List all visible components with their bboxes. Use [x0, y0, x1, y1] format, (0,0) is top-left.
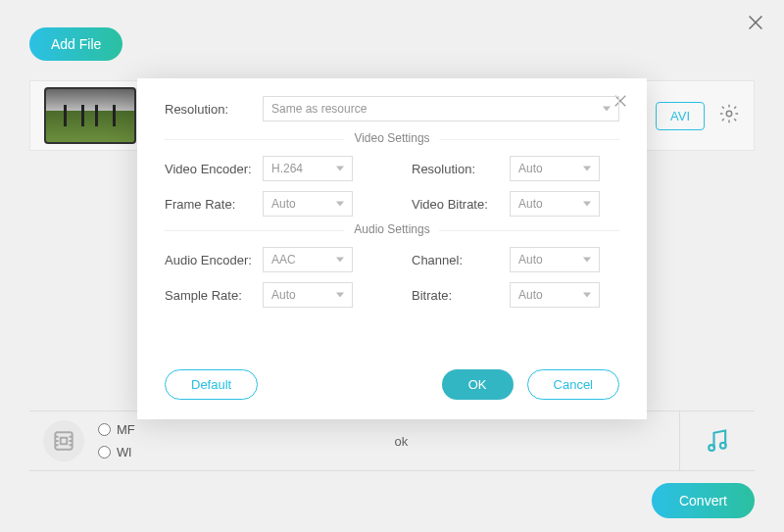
- frame-rate-select[interactable]: Auto: [263, 191, 353, 217]
- svg-rect-2: [61, 438, 68, 445]
- default-button[interactable]: Default: [165, 369, 258, 400]
- audio-section-label: Audio Settings: [344, 222, 439, 236]
- chevron-down-icon: [603, 107, 611, 112]
- music-icon[interactable]: [679, 411, 755, 470]
- gear-icon[interactable]: [718, 103, 740, 128]
- top-resolution-select[interactable]: Same as resource: [263, 96, 619, 121]
- video-bitrate-label: Video Bitrate:: [412, 197, 510, 212]
- video-encoder-select[interactable]: H.264: [263, 156, 353, 181]
- svg-point-0: [726, 111, 732, 117]
- chevron-down-icon: [336, 258, 344, 263]
- film-icon[interactable]: [43, 420, 84, 461]
- sample-rate-label: Sample Rate:: [165, 288, 263, 303]
- radio-wl[interactable]: Wl: [98, 445, 135, 459]
- format-partial-text: ok: [395, 434, 409, 449]
- video-section-label: Video Settings: [344, 131, 439, 145]
- chevron-down-icon: [336, 167, 344, 171]
- video-thumbnail[interactable]: [44, 87, 136, 144]
- format-badge[interactable]: AVI: [656, 102, 705, 130]
- frame-rate-label: Frame Rate:: [165, 197, 263, 212]
- video-encoder-label: Video Encoder:: [165, 162, 263, 176]
- video-bitrate-select[interactable]: Auto: [510, 191, 600, 217]
- audio-encoder-select[interactable]: AAC: [263, 247, 353, 272]
- audio-section-divider: Audio Settings: [165, 230, 619, 231]
- add-file-button[interactable]: Add File: [29, 27, 122, 61]
- chevron-down-icon: [583, 202, 591, 207]
- resolution-label: Resolution:: [412, 162, 510, 176]
- sample-rate-select[interactable]: Auto: [263, 282, 353, 308]
- radio-mp[interactable]: MF: [98, 422, 135, 437]
- chevron-down-icon: [336, 202, 344, 207]
- bitrate-select[interactable]: Auto: [510, 282, 600, 308]
- convert-button[interactable]: Convert: [652, 483, 755, 518]
- format-bar: MF Wl ok: [29, 411, 755, 471]
- ok-button[interactable]: OK: [442, 369, 514, 400]
- chevron-down-icon: [583, 167, 591, 171]
- modal-actions: Default OK Cancel: [165, 369, 619, 400]
- bitrate-label: Bitrate:: [412, 288, 510, 303]
- channel-label: Channel:: [412, 253, 510, 267]
- svg-point-3: [709, 445, 714, 451]
- cancel-button[interactable]: Cancel: [527, 369, 619, 400]
- top-resolution-label: Resolution:: [165, 102, 263, 117]
- audio-encoder-label: Audio Encoder:: [165, 253, 263, 267]
- format-radio-group: MF Wl: [98, 422, 135, 459]
- chevron-down-icon: [583, 293, 591, 298]
- channel-select[interactable]: Auto: [510, 247, 600, 272]
- chevron-down-icon: [583, 258, 591, 263]
- chevron-down-icon: [336, 293, 344, 298]
- resolution-select[interactable]: Auto: [510, 156, 600, 181]
- video-section-divider: Video Settings: [165, 139, 619, 140]
- top-resolution-row: Resolution: Same as resource: [165, 96, 619, 121]
- svg-point-4: [720, 443, 726, 449]
- close-icon[interactable]: [745, 12, 766, 39]
- settings-modal: Resolution: Same as resource Video Setti…: [137, 78, 647, 419]
